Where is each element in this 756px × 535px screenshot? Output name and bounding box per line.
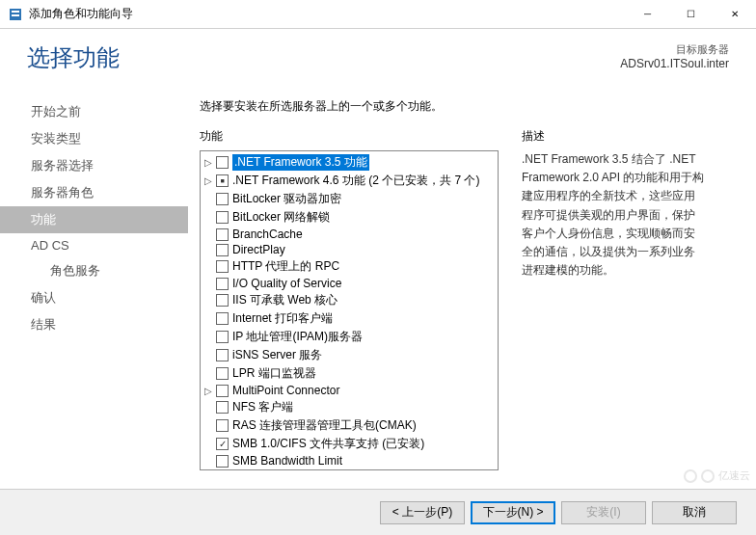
page-title: 选择功能 <box>27 42 120 73</box>
target-label: 目标服务器 <box>620 42 729 57</box>
nav-item[interactable]: 服务器角色 <box>0 179 188 206</box>
install-button[interactable]: 安装(I) <box>561 501 646 524</box>
nav-item[interactable]: 角色服务 <box>0 257 188 284</box>
nav-item[interactable]: 开始之前 <box>0 98 188 125</box>
feature-checkbox[interactable] <box>216 419 229 432</box>
feature-checkbox[interactable] <box>216 401 229 414</box>
feature-label: BitLocker 驱动器加密 <box>232 191 341 207</box>
feature-item[interactable]: SMB Bandwidth Limit <box>201 453 498 468</box>
feature-item[interactable]: BranchCache <box>201 227 498 242</box>
feature-item[interactable]: RAS 连接管理器管理工具包(CMAK) <box>201 416 498 435</box>
nav-item[interactable]: 服务器选择 <box>0 152 188 179</box>
feature-label: SMTP 服务器 <box>232 469 302 470</box>
feature-label: HTTP 代理上的 RPC <box>232 258 339 275</box>
feature-label: iSNS Server 服务 <box>232 347 322 363</box>
maximize-button[interactable]: ☐ <box>669 0 713 28</box>
feature-item[interactable]: DirectPlay <box>201 242 498 257</box>
feature-checkbox[interactable] <box>216 438 229 450</box>
feature-item[interactable]: I/O Quality of Service <box>201 276 498 291</box>
instruction-text: 选择要安装在所选服务器上的一个或多个功能。 <box>200 98 748 115</box>
feature-item[interactable]: NFS 客户端 <box>201 398 498 416</box>
expand-icon[interactable]: ▷ <box>202 175 214 186</box>
feature-label: SMB Bandwidth Limit <box>232 454 342 468</box>
feature-checkbox[interactable] <box>216 244 229 256</box>
feature-label: .NET Framework 4.6 功能 (2 个已安装，共 7 个) <box>232 173 479 189</box>
feature-checkbox[interactable] <box>216 278 229 290</box>
feature-label: I/O Quality of Service <box>232 277 341 290</box>
feature-item[interactable]: SMB 1.0/CIFS 文件共享支持 (已安装) <box>201 435 498 453</box>
feature-label: Internet 打印客户端 <box>232 310 333 327</box>
app-icon <box>8 7 23 22</box>
svg-rect-2 <box>12 14 19 16</box>
title-bar: 添加角色和功能向导 ─ ☐ ✕ <box>0 0 756 29</box>
feature-label: DirectPlay <box>232 243 285 256</box>
feature-label: BranchCache <box>232 227 303 241</box>
feature-item[interactable]: LPR 端口监视器 <box>201 364 498 383</box>
feature-item[interactable]: iSNS Server 服务 <box>201 346 498 364</box>
feature-item[interactable]: IP 地址管理(IPAM)服务器 <box>201 328 498 346</box>
feature-label: LPR 端口监视器 <box>232 365 316 382</box>
feature-checkbox[interactable] <box>216 174 229 187</box>
expand-icon[interactable]: ▷ <box>202 157 214 168</box>
target-server-name: ADSrv01.ITSoul.inter <box>620 57 729 70</box>
feature-item[interactable]: Internet 打印客户端 <box>201 309 498 328</box>
feature-item[interactable]: BitLocker 驱动器加密 <box>201 190 498 208</box>
feature-checkbox[interactable] <box>216 385 229 397</box>
feature-checkbox[interactable] <box>216 193 229 205</box>
feature-item[interactable]: SMTP 服务器 <box>201 468 498 470</box>
feature-label: RAS 连接管理器管理工具包(CMAK) <box>232 417 417 434</box>
feature-label: IP 地址管理(IPAM)服务器 <box>232 329 363 345</box>
feature-item[interactable]: IIS 可承载 Web 核心 <box>201 291 498 309</box>
window-title: 添加角色和功能向导 <box>29 6 626 22</box>
prev-button[interactable]: < 上一步(P) <box>380 501 465 524</box>
target-server-info: 目标服务器 ADSrv01.ITSoul.inter <box>620 42 729 70</box>
minimize-button[interactable]: ─ <box>626 0 669 28</box>
wizard-nav: 开始之前安装类型服务器选择服务器角色功能AD CS角色服务确认结果 <box>0 81 188 491</box>
feature-label: NFS 客户端 <box>232 399 293 415</box>
feature-label: IIS 可承载 Web 核心 <box>232 292 338 308</box>
feature-checkbox[interactable] <box>216 294 229 307</box>
feature-checkbox[interactable] <box>216 260 229 273</box>
feature-item[interactable]: ▷.NET Framework 4.6 功能 (2 个已安装，共 7 个) <box>201 172 498 190</box>
nav-item[interactable]: 安装类型 <box>0 125 188 152</box>
feature-checkbox[interactable] <box>216 331 229 343</box>
feature-checkbox[interactable] <box>216 312 229 325</box>
feature-checkbox[interactable] <box>216 349 229 361</box>
feature-checkbox[interactable] <box>216 367 229 380</box>
feature-label: BitLocker 网络解锁 <box>232 209 330 226</box>
features-heading: 功能 <box>200 128 499 145</box>
wizard-footer: < 上一步(P) 下一步(N) > 安装(I) 取消 <box>0 489 756 535</box>
feature-checkbox[interactable] <box>216 455 229 468</box>
expand-icon[interactable]: ▷ <box>202 386 214 396</box>
wizard-header: 选择功能 目标服务器 ADSrv01.ITSoul.inter <box>0 29 756 81</box>
watermark: 亿速云 <box>684 468 750 483</box>
feature-item[interactable]: ▷MultiPoint Connector <box>201 383 498 398</box>
next-button[interactable]: 下一步(N) > <box>471 501 555 524</box>
cancel-button[interactable]: 取消 <box>652 501 737 524</box>
nav-item[interactable]: 结果 <box>0 311 188 338</box>
feature-item[interactable]: HTTP 代理上的 RPC <box>201 257 498 276</box>
feature-item[interactable]: ▷.NET Framework 3.5 功能 <box>201 153 498 172</box>
close-button[interactable]: ✕ <box>713 0 756 28</box>
svg-rect-1 <box>12 11 19 13</box>
feature-label: .NET Framework 3.5 功能 <box>232 154 369 171</box>
description-heading: 描述 <box>522 128 705 145</box>
nav-item[interactable]: AD CS <box>0 233 188 257</box>
feature-checkbox[interactable] <box>216 211 229 224</box>
nav-item[interactable]: 确认 <box>0 284 188 311</box>
feature-label: SMB 1.0/CIFS 文件共享支持 (已安装) <box>232 436 424 452</box>
feature-label: MultiPoint Connector <box>232 384 339 397</box>
feature-checkbox[interactable] <box>216 228 229 241</box>
features-listbox[interactable]: ▷.NET Framework 3.5 功能▷.NET Framework 4.… <box>200 150 499 470</box>
description-text: .NET Framework 3.5 结合了 .NET Framework 2.… <box>522 150 705 280</box>
nav-item[interactable]: 功能 <box>0 206 188 233</box>
feature-item[interactable]: BitLocker 网络解锁 <box>201 208 498 227</box>
feature-checkbox[interactable] <box>216 156 229 169</box>
